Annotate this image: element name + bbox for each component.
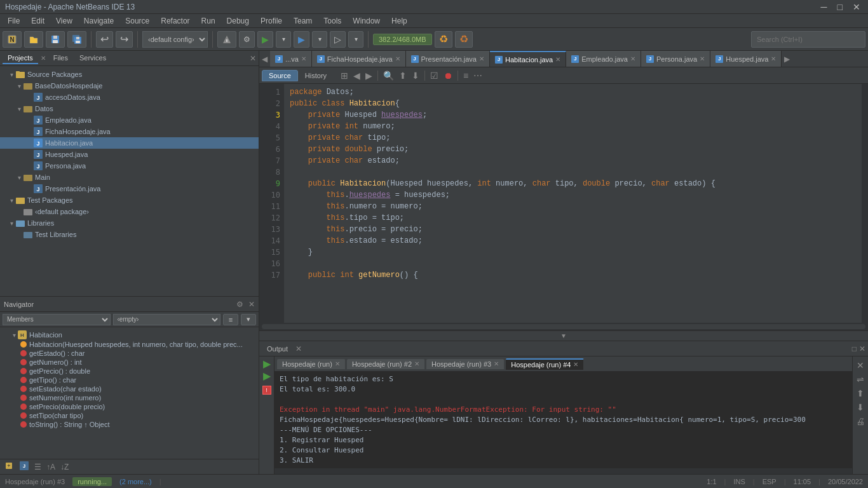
tab-huesped-close[interactable]: ✕ (771, 55, 776, 62)
tab-va-close[interactable]: ✕ (301, 55, 306, 62)
output-scroll-top-button[interactable]: ⬆ (854, 387, 867, 400)
tree-item-habitacion[interactable]: J Habitacion.java (0, 137, 259, 149)
tree-item-presentacion[interactable]: J Presentación.java (0, 183, 259, 194)
tab-fichahospedaje-close[interactable]: ✕ (395, 55, 400, 62)
expand-main[interactable]: ▾ (15, 174, 23, 181)
output-tab-run1[interactable]: Hospedaje (run) ✕ (277, 359, 346, 369)
menu-source[interactable]: Source (120, 15, 154, 27)
output-tab-run1-close[interactable]: ✕ (335, 360, 340, 367)
menu-run[interactable]: Run (196, 15, 220, 27)
close-button[interactable]: ✕ (850, 2, 863, 12)
menu-navigate[interactable]: Navigate (79, 15, 119, 27)
output-close-button[interactable]: ✕ (859, 344, 865, 353)
expand-basedatos[interactable]: ▾ (15, 83, 23, 90)
tree-item-libraries[interactable]: ▾ Libraries (0, 217, 259, 229)
output-tab-run3-close[interactable]: ✕ (494, 360, 499, 367)
save-button[interactable] (46, 31, 65, 48)
tab-habitacion[interactable]: J Habitacion.java ✕ (490, 51, 566, 67)
tab-presentacion-close[interactable]: ✕ (479, 55, 484, 62)
tree-item-persona[interactable]: J Persona.java (0, 160, 259, 172)
tab-files[interactable]: Files (48, 53, 73, 64)
nav-item-settipo[interactable]: setTipo(char tipo) (0, 411, 259, 420)
find-button[interactable]: 🔍 (381, 70, 396, 81)
nav-item-setprecio[interactable]: setPrecio(double precio) (0, 402, 259, 411)
inspect-members-button[interactable]: ≡ (461, 70, 470, 81)
debug-button[interactable]: ▶ (294, 31, 309, 48)
prev-match-button[interactable]: ◀ (351, 70, 362, 81)
tree-item-main[interactable]: ▾ Main (0, 172, 259, 183)
more-button[interactable]: ⋯ (471, 70, 484, 81)
output-tab-run2[interactable]: Hospedaje (run) #2 ✕ (347, 359, 425, 369)
menu-help[interactable]: Help (386, 15, 412, 27)
search-input[interactable] (751, 31, 865, 48)
output-clear-button[interactable]: ✕ (854, 359, 867, 372)
editor-expand-bar[interactable]: ▼ (259, 330, 868, 341)
tab-huesped[interactable]: J Huesped.java ✕ (710, 51, 782, 67)
expand-test-packages[interactable]: ▾ (8, 197, 15, 204)
minimize-button[interactable]: ─ (818, 2, 830, 12)
menu-edit[interactable]: Edit (26, 15, 50, 27)
tab-presentacion[interactable]: J Presentación.java ✕ (406, 51, 490, 67)
expand-datos[interactable]: ▾ (15, 105, 23, 112)
members-selector[interactable]: Members (3, 314, 111, 325)
nav-item-habitacion-class[interactable]: ▾ H Habitacion (0, 330, 259, 340)
clean-build-button[interactable]: ⚙ (239, 31, 255, 48)
tab-empleado-close[interactable]: ✕ (630, 55, 635, 62)
nav-settings-button[interactable]: ▾ (241, 314, 256, 325)
tree-item-fichahospedaje[interactable]: J FichaHospedaje.java (0, 126, 259, 137)
output-tab-run4-close[interactable]: ✕ (573, 361, 578, 368)
tab-va[interactable]: J ...va ✕ (270, 51, 312, 67)
nav-filter-button[interactable]: ☰ (33, 461, 43, 473)
maximize-button[interactable]: □ (835, 2, 845, 12)
nav-item-tostring[interactable]: toString() : String ↑ Object (0, 420, 259, 429)
nav-item-constructor[interactable]: Habitacion(Huesped huespedes, int numero… (0, 340, 259, 349)
tree-item-accesodatos[interactable]: J accesoDatos.java (0, 92, 259, 103)
output-tab-run4[interactable]: Hospedaje (run) #4 ✕ (506, 358, 584, 370)
run-button[interactable]: ▶ (257, 31, 273, 48)
editor-scrollbar[interactable] (862, 84, 868, 323)
navigator-settings-icon[interactable]: ⚙ (236, 300, 243, 309)
output-scroll-bottom-button[interactable]: ⬇ (854, 401, 867, 414)
next-match-button[interactable]: ▶ (363, 70, 374, 81)
menu-window[interactable]: Window (348, 15, 385, 27)
navigator-close[interactable]: ✕ (248, 300, 255, 309)
menu-refactor[interactable]: Refactor (156, 15, 194, 27)
profile-dropdown[interactable]: ▾ (348, 31, 363, 48)
empty-selector[interactable]: ‹empty› (113, 314, 221, 325)
build-button[interactable] (217, 31, 236, 48)
redo-button[interactable]: ↪ (116, 31, 133, 48)
menu-file[interactable]: File (3, 15, 25, 27)
nav-sort-desc-button[interactable]: ↓Z (59, 461, 70, 473)
left-panel-close[interactable]: ✕ (250, 54, 256, 63)
profiler-button[interactable]: ♻ (455, 31, 473, 48)
output-tab-run2-close[interactable]: ✕ (414, 360, 419, 367)
output-print-button[interactable]: 🖨 (854, 415, 867, 428)
menu-profile[interactable]: Profile (255, 15, 287, 27)
tab-projects[interactable]: Projects (3, 53, 38, 64)
menu-view[interactable]: View (51, 15, 78, 27)
menu-debug[interactable]: Debug (222, 15, 254, 27)
tree-item-test-packages[interactable]: ▾ Test Packages (0, 194, 259, 206)
output-hscroll[interactable] (275, 468, 852, 474)
run-dropdown[interactable]: ▾ (276, 31, 291, 48)
open-project-button[interactable] (24, 31, 43, 48)
tab-persona[interactable]: J Persona.java ✕ (641, 51, 710, 67)
status-more[interactable]: (2 more...) (119, 478, 152, 485)
config-select[interactable]: ‹default config› (142, 31, 208, 48)
tab-empleado[interactable]: J Empleado.java ✕ (566, 51, 641, 67)
new-project-button[interactable]: N (3, 31, 22, 48)
tab-persona-close[interactable]: ✕ (700, 55, 705, 62)
play-button[interactable]: ▶ (263, 359, 271, 369)
nav-item-gettipo[interactable]: getTipo() : char (0, 376, 259, 384)
nav-sort-asc-button[interactable]: ↑A (45, 461, 57, 473)
tab-projects-close[interactable]: ✕ (39, 55, 47, 62)
expand-libraries[interactable]: ▾ (8, 220, 15, 227)
record-button[interactable]: ⏺ (442, 70, 454, 81)
tab-scroll-right[interactable]: ▶ (782, 55, 792, 64)
tree-item-basedatos[interactable]: ▾ BaseDatosHospedaje (0, 80, 259, 92)
save-all-button[interactable] (67, 31, 86, 48)
gc-button[interactable]: ♻ (435, 31, 452, 48)
debug-dropdown[interactable]: ▾ (312, 31, 327, 48)
tab-services[interactable]: Services (74, 53, 111, 64)
menu-team[interactable]: Team (288, 15, 317, 27)
